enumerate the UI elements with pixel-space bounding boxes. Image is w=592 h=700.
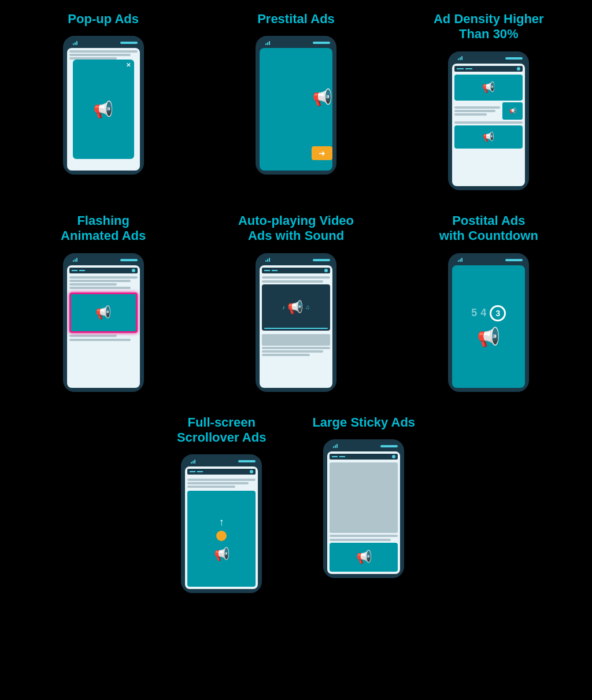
density-topbar [454, 66, 523, 72]
phone-animated: 📢 [63, 253, 144, 392]
content-line [69, 335, 117, 337]
phone-density: 📢 📢 📢 [448, 51, 529, 190]
phone-popup: ✕ 📢 [63, 36, 144, 175]
megaphone-icon: 📢 [483, 131, 494, 142]
phone-prestital: 📢 ➜ [256, 36, 336, 175]
notch-bar [313, 259, 330, 261]
megaphone-icon: 📢 [482, 81, 495, 94]
topbar-circle [324, 269, 328, 272]
topbar-circle [392, 455, 395, 458]
scrollover-screen: ↑ 📢 [185, 466, 258, 589]
phone-notch [450, 53, 527, 64]
content-line [330, 535, 398, 537]
megaphone-icon: 📢 [356, 550, 372, 565]
density-row-mid: 📢 [454, 102, 523, 120]
notch-bar [313, 42, 330, 44]
notch-bar [380, 445, 398, 447]
arrow-icon: ➜ [319, 149, 325, 158]
animated-topbar [69, 268, 138, 273]
content-line [262, 347, 330, 349]
music-note-icon: ♪ [282, 304, 285, 310]
content-lines [69, 50, 138, 60]
signal-icon [265, 41, 270, 45]
card-prestital-title: Prestital Ads [257, 12, 335, 27]
sticky-ad-bottom: 📢 [330, 543, 398, 572]
phone-sticky: 📢 [323, 439, 404, 578]
scrollover-ad: ↑ 📢 [187, 491, 256, 587]
megaphone-icon: 📢 [93, 100, 113, 119]
content-line [454, 121, 523, 124]
scroll-circle [216, 531, 227, 541]
video-topbar [262, 268, 330, 273]
topbar-line [272, 270, 278, 271]
notch-bar [120, 42, 138, 44]
card-animated: Flashing Animated Ads [13, 213, 194, 392]
last-row: Full-screen Scrollover Ads [13, 415, 579, 594]
signal-icon [265, 258, 270, 262]
sticky-screen: 📢 [327, 451, 400, 574]
content-line [262, 276, 330, 279]
megaphone-icon: 📢 [509, 108, 516, 114]
content-line [454, 110, 495, 112]
card-sticky: Large Sticky Ads [312, 415, 415, 594]
content-line [262, 354, 310, 356]
content-line [187, 486, 235, 488]
popup-screen: ✕ 📢 [67, 48, 140, 171]
signal-icon [458, 56, 462, 60]
main-grid: Pop-up Ads ✕ 📢 [13, 12, 579, 593]
card-popup-title: Pop-up Ads [68, 12, 139, 27]
density-ad-top: 📢 [454, 75, 523, 101]
topbar-line [339, 456, 345, 457]
phone-postital: 5 4 3 📢 [448, 253, 529, 392]
card-video: Auto-playing Video Ads with Sound ♪ [205, 213, 386, 392]
card-scrollover-title: Full-screen Scrollover Ads [177, 415, 266, 446]
topbar-line [264, 270, 270, 271]
card-postital: Postital Ads with Countdown 5 4 3 📢 [398, 213, 579, 392]
countdown-5: 5 [471, 307, 477, 319]
signal-icon [191, 460, 195, 464]
content-line [69, 339, 131, 341]
card-animated-title: Flashing Animated Ads [61, 213, 146, 244]
content-line [69, 280, 131, 282]
phone-notch [65, 38, 142, 48]
scrollover-topbar [187, 469, 256, 475]
density-small-ad: 📢 [502, 102, 523, 120]
card-popup: Pop-up Ads ✕ 📢 [13, 12, 194, 190]
notch-bar [505, 57, 523, 60]
density-text [454, 106, 500, 116]
phone-notch [325, 441, 402, 451]
postital-screen: 5 4 3 📢 [452, 265, 525, 388]
megaphone-icon: 📢 [312, 88, 332, 107]
phone-notch [183, 456, 260, 466]
sticky-topbar [330, 454, 398, 460]
text-block [262, 334, 330, 346]
countdown-4: 4 [480, 307, 486, 319]
signal-icon [458, 258, 462, 262]
megaphone-icon: 📢 [477, 326, 500, 348]
density-ad-bottom: 📢 [454, 125, 523, 149]
content-line [69, 276, 138, 279]
topbar-line [72, 270, 77, 271]
animated-content [69, 276, 138, 289]
scrollover-ad-content: ↑ [216, 516, 227, 541]
prestital-ad-area: 📢 [312, 48, 332, 146]
topbar-circle [517, 67, 520, 71]
content-line [454, 113, 486, 116]
video-content-lines [262, 334, 330, 356]
countdown-circle-3: 3 [490, 305, 506, 321]
phone-notch [257, 255, 335, 265]
card-density-title: Ad Density Higher Than 30% [434, 12, 544, 42]
content-line [69, 283, 117, 286]
phone-scrollover: ↑ 📢 [181, 454, 262, 593]
topbar-circle [132, 269, 135, 272]
animated-screen: 📢 [67, 265, 140, 388]
topbar-line [197, 471, 203, 472]
notch-bar [120, 259, 138, 261]
notch-bar [238, 460, 256, 462]
prestital-screen: 📢 ➜ [260, 48, 332, 171]
content-line [330, 539, 391, 541]
content-line [69, 54, 131, 56]
topbar-line [465, 68, 472, 69]
music-note-icon: ♫ [305, 304, 310, 310]
content-line [187, 482, 249, 484]
